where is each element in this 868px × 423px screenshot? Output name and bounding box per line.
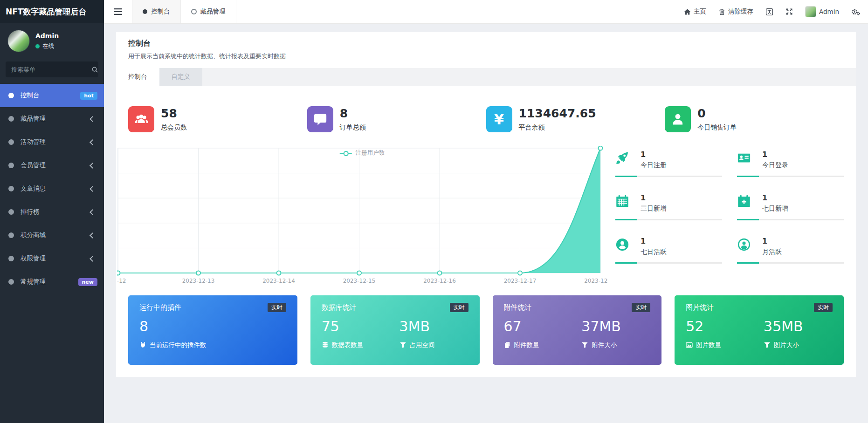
- circle-icon: [8, 139, 14, 145]
- home-label: 主页: [694, 7, 706, 16]
- sidebar-item-article[interactable]: 文章消息: [0, 177, 104, 200]
- page-subtitle: 用于展示当前系统中的统计数据、统计报表及重要实时数据: [128, 52, 844, 61]
- sidebar-item-member[interactable]: 会员管理: [0, 154, 104, 177]
- legend-line-marker-icon: [340, 151, 352, 156]
- topbar-actions: 主页 清除缓存: [684, 0, 868, 23]
- side-stat-value: 1: [762, 193, 788, 202]
- realtime-badge: 实时: [632, 303, 650, 312]
- chevron-left-icon: [90, 186, 96, 192]
- summary-card-images: 图片统计实时5235MB图片数量图片大小: [675, 295, 844, 365]
- fullscreen-button[interactable]: [785, 8, 793, 15]
- side-stat-today-login: 1今日登录: [737, 150, 844, 193]
- card-secondary-label: 附件大小: [592, 341, 617, 349]
- menu-search-input[interactable]: [10, 66, 91, 74]
- sidebar-item-permission[interactable]: 权限管理: [0, 247, 104, 270]
- chart-legend[interactable]: 注册用户数: [340, 149, 385, 157]
- sidebar-item-label: 常规管理: [21, 278, 78, 286]
- topbar-tab-dashboard[interactable]: 控制台: [132, 0, 181, 23]
- stat-cards-row: 58总会员数8订单总额¥1134647.65平台余额0今日销售订单: [128, 106, 844, 132]
- realtime-badge: 实时: [268, 303, 286, 312]
- sidebar-item-dashboard[interactable]: 控制台hot: [0, 84, 104, 107]
- home-icon: [684, 8, 691, 15]
- side-stat-label: 月活跃: [762, 248, 782, 256]
- card-title: 数据库统计: [322, 303, 357, 312]
- circle-icon: [8, 209, 14, 215]
- stat-icon-box: [128, 106, 154, 132]
- side-stat-three-day-new: 1三日新增: [615, 193, 722, 237]
- user-status: 在线: [35, 42, 59, 50]
- app-logo: NFT数字藏品管理后台: [0, 0, 104, 23]
- sidebar-item-ranking[interactable]: 排行榜: [0, 200, 104, 224]
- chevron-left-icon: [90, 256, 96, 262]
- funnel-icon: [581, 341, 588, 348]
- card-primary-caption: 当前运行中的插件数: [139, 341, 217, 349]
- sidebar-item-general[interactable]: 常规管理new: [0, 270, 104, 293]
- page-tab-custom[interactable]: 自定义: [159, 68, 203, 86]
- hamburger-menu-icon[interactable]: [104, 0, 132, 23]
- card-primary-label: 当前运行中的插件数: [150, 341, 207, 349]
- side-stat-seven-day-active: 1七日活跃: [615, 237, 722, 280]
- database-icon: [322, 341, 329, 348]
- x-axis-tick: 2023-12-17: [504, 278, 537, 284]
- page-tab-dashboard[interactable]: 控制台: [116, 68, 159, 86]
- sidebar-item-activity[interactable]: 活动管理: [0, 130, 104, 154]
- sidebar-item-label: 文章消息: [21, 184, 90, 193]
- stat-card-1: 8订单总额: [307, 106, 486, 132]
- stat-label: 总会员数: [161, 123, 187, 132]
- stat-label: 平台余额: [519, 123, 596, 132]
- home-button[interactable]: 主页: [684, 7, 706, 16]
- user-outline-icon: [737, 238, 751, 252]
- registered-users-chart[interactable]: 注册用户数 12-122023-12-132023-12-142023-12-1…: [117, 146, 607, 286]
- clear-cache-button[interactable]: 清除缓存: [718, 7, 753, 16]
- card-secondary-value: 37MB: [581, 319, 621, 335]
- side-stat-label: 七日活跃: [641, 248, 667, 256]
- realtime-badge: 实时: [814, 303, 833, 312]
- chart-canvas[interactable]: [117, 146, 607, 286]
- topbar-tab-collection[interactable]: 藏品管理: [181, 0, 236, 23]
- side-stat-label: 今日登录: [762, 161, 788, 170]
- x-axis-tick: 2023-12-13: [182, 278, 215, 284]
- stat-icon-box: ¥: [486, 106, 512, 132]
- sidebar-item-points-mall[interactable]: 积分商城: [0, 224, 104, 247]
- search-icon[interactable]: [91, 66, 98, 73]
- stat-label: 今日销售订单: [697, 123, 737, 132]
- stat-card-0: 58总会员数: [128, 106, 307, 132]
- image-icon: [686, 341, 693, 348]
- side-stat-today-register: 1今日注册: [615, 150, 722, 193]
- settings-button[interactable]: [851, 8, 861, 16]
- page-tabs: 控制台自定义: [116, 68, 856, 86]
- chevron-left-icon: [90, 232, 96, 239]
- stat-value: 58: [161, 107, 187, 120]
- translate-button[interactable]: [765, 8, 773, 16]
- copy-icon: [504, 341, 511, 348]
- circle-icon: [8, 116, 14, 122]
- divider: [615, 219, 722, 220]
- card-primary-value: 75: [322, 319, 400, 335]
- page-tab-label: 控制台: [128, 73, 147, 81]
- card-primary-label: 附件数量: [514, 341, 539, 349]
- fullscreen-icon: [785, 8, 793, 15]
- calendar-icon: [615, 194, 629, 208]
- x-axis-tick: 2023-12-18: [584, 278, 607, 284]
- stat-value: 8: [340, 107, 366, 120]
- plug-icon: [139, 341, 146, 348]
- filled-dot-icon: [143, 9, 147, 14]
- sidebar-item-collection[interactable]: 藏品管理: [0, 107, 104, 130]
- stat-label: 订单总额: [340, 123, 366, 132]
- chevron-left-icon: [90, 116, 96, 122]
- page-header: 控制台 用于展示当前系统中的统计数据、统计报表及重要实时数据: [116, 32, 856, 68]
- menu-search[interactable]: [6, 61, 98, 77]
- yen-icon: ¥: [494, 111, 504, 128]
- stat-value: 0: [697, 107, 737, 120]
- side-stat-value: 1: [641, 193, 667, 202]
- topbar-tab-label: 藏品管理: [200, 7, 226, 16]
- sidebar-menu: 控制台hot藏品管理活动管理会员管理文章消息排行榜积分商城权限管理常规管理new: [0, 84, 104, 293]
- id-card-icon: [737, 151, 751, 165]
- user-menu[interactable]: Admin: [805, 6, 839, 17]
- card-primary-label: 图片数量: [696, 341, 721, 349]
- funnel-icon: [764, 341, 771, 348]
- side-stat-month-active: 1月活跃: [737, 237, 844, 280]
- side-stats-grid: 1今日注册1今日登录1三日新增1七日新增1七日活跃1月活跃: [615, 150, 844, 280]
- divider: [737, 219, 844, 220]
- side-stat-value: 1: [641, 150, 667, 159]
